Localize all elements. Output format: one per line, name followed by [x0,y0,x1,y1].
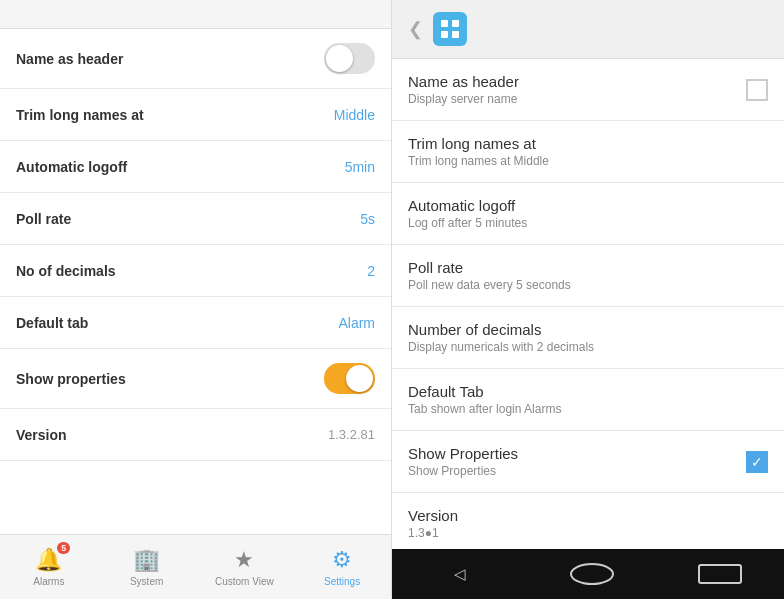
left-setting-value: Alarm [338,315,375,331]
right-setting-content: Automatic logoffLog off after 5 minutes [408,197,768,230]
back-chevron-icon[interactable]: ❮ [408,18,423,40]
right-setting-content: Show PropertiesShow Properties [408,445,746,478]
left-setting-row[interactable]: Show properties [0,349,391,409]
android-recent-button[interactable] [698,564,742,584]
android-back-button[interactable]: ◁ [434,557,486,591]
nav-label: System [130,576,163,587]
right-setting-sublabel: Display server name [408,92,746,106]
left-setting-row[interactable]: Automatic logoff5min [0,141,391,193]
left-setting-row[interactable]: Name as header [0,29,391,89]
left-setting-value: 1.3.2.81 [328,427,375,442]
nav-item-system[interactable]: 🏢System [98,535,196,599]
left-setting-label: No of decimals [16,263,116,279]
left-setting-row[interactable]: Version1.3.2.81 [0,409,391,461]
nav-icon-custom-view: ★ [234,547,254,573]
right-setting-sublabel: Log off after 5 minutes [408,216,768,230]
toggle-knob [346,365,373,392]
checkbox-checked[interactable]: ✓ [746,451,768,473]
left-setting-label: Default tab [16,315,88,331]
left-setting-row[interactable]: Poll rate5s [0,193,391,245]
svg-rect-2 [441,31,448,38]
nav-item-custom-view[interactable]: ★Custom View [196,535,294,599]
left-panel: Name as headerTrim long names atMiddleAu… [0,0,392,599]
left-setting-row[interactable]: Trim long names atMiddle [0,89,391,141]
nav-label: Custom View [215,576,274,587]
svg-rect-1 [452,20,459,27]
right-setting-label: Automatic logoff [408,197,768,214]
right-header: ❮ [392,0,784,59]
right-setting-row[interactable]: Name as headerDisplay server name [392,59,784,121]
left-setting-row[interactable]: Default tabAlarm [0,297,391,349]
left-setting-label: Version [16,427,67,443]
nav-icon-system: 🏢 [133,547,160,573]
right-setting-sublabel: 1.3●1 [408,526,768,540]
right-setting-content: Number of decimalsDisplay numericals wit… [408,321,768,354]
right-setting-content: Name as headerDisplay server name [408,73,746,106]
svg-rect-3 [452,31,459,38]
left-setting-label: Poll rate [16,211,71,227]
right-setting-row[interactable]: Default TabTab shown after login Alarms [392,369,784,431]
left-settings-list: Name as headerTrim long names atMiddleAu… [0,29,391,534]
app-icon [433,12,467,46]
nav-icon-alarms: 🔔5 [35,547,62,573]
left-setting-label: Automatic logoff [16,159,127,175]
right-panel: ❮ Name as headerDisplay server nameTrim … [392,0,784,599]
right-setting-content: Version1.3●1 [408,507,768,540]
right-settings-list: Name as headerDisplay server nameTrim lo… [392,59,784,549]
bottom-nav: 🔔5Alarms🏢System★Custom View⚙Settings [0,534,391,599]
right-setting-row[interactable]: Version1.3●1 [392,493,784,549]
android-home-button[interactable] [570,563,614,585]
nav-label: Alarms [33,576,64,587]
right-setting-row[interactable]: Automatic logoffLog off after 5 minutes [392,183,784,245]
right-setting-sublabel: Show Properties [408,464,746,478]
right-setting-sublabel: Display numericals with 2 decimals [408,340,768,354]
left-setting-value: Middle [334,107,375,123]
right-setting-content: Poll ratePoll new data every 5 seconds [408,259,768,292]
left-header [0,0,391,29]
left-setting-label: Show properties [16,371,126,387]
nav-icon-settings: ⚙ [332,547,352,573]
right-setting-label: Number of decimals [408,321,768,338]
right-setting-label: Show Properties [408,445,746,462]
right-setting-label: Name as header [408,73,746,90]
left-setting-value: 2 [367,263,375,279]
right-setting-row[interactable]: Trim long names atTrim long names at Mid… [392,121,784,183]
toggle-knob [326,45,353,72]
nav-item-alarms[interactable]: 🔔5Alarms [0,535,98,599]
toggle-0[interactable] [324,43,375,74]
right-setting-row[interactable]: Show PropertiesShow Properties✓ [392,431,784,493]
right-setting-row[interactable]: Number of decimalsDisplay numericals wit… [392,307,784,369]
left-setting-row[interactable]: No of decimals2 [0,245,391,297]
nav-badge: 5 [57,542,70,554]
right-setting-label: Trim long names at [408,135,768,152]
right-setting-content: Default TabTab shown after login Alarms [408,383,768,416]
left-setting-value: 5min [345,159,375,175]
right-setting-label: Poll rate [408,259,768,276]
toggle-6[interactable] [324,363,375,394]
nav-label: Settings [324,576,360,587]
svg-rect-0 [441,20,448,27]
right-setting-row[interactable]: Poll ratePoll new data every 5 seconds [392,245,784,307]
right-setting-label: Version [408,507,768,524]
android-nav: ◁ [392,549,784,599]
right-setting-content: Trim long names atTrim long names at Mid… [408,135,768,168]
checkbox-unchecked[interactable] [746,79,768,101]
left-setting-value: 5s [360,211,375,227]
right-setting-label: Default Tab [408,383,768,400]
right-setting-sublabel: Poll new data every 5 seconds [408,278,768,292]
left-setting-label: Trim long names at [16,107,144,123]
nav-item-settings[interactable]: ⚙Settings [293,535,391,599]
left-setting-label: Name as header [16,51,123,67]
right-setting-sublabel: Trim long names at Middle [408,154,768,168]
right-setting-sublabel: Tab shown after login Alarms [408,402,768,416]
